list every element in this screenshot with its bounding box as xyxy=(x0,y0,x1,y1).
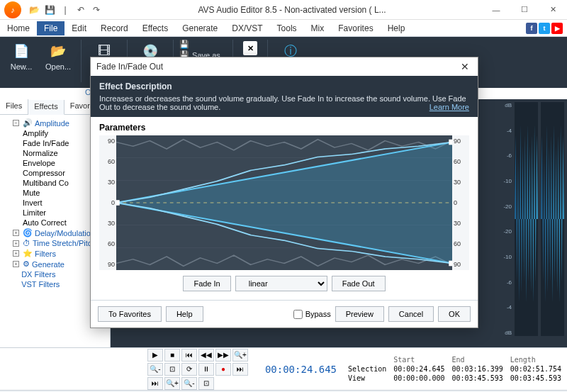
waveform-right xyxy=(541,102,564,336)
play-button[interactable]: ▶ xyxy=(147,349,163,362)
collapse-icon[interactable]: − xyxy=(13,120,19,126)
zoom-out-button[interactable]: 🔍- xyxy=(147,363,163,376)
transport-buttons: ▶ ■ ⏮ ◀◀ ▶▶ 🔍+ 🔍- ⊡ ⟳ ⏸ ● ⏭ ⏭ 🔍+ 🔍- ⊡ xyxy=(147,349,254,390)
envelope-svg xyxy=(116,135,452,270)
save-icon: 💾 xyxy=(179,40,189,49)
ribbon-open[interactable]: 📂 Open... xyxy=(41,40,75,72)
qa-open-icon[interactable]: 📂 xyxy=(28,4,40,16)
menu-favorites[interactable]: Favorites xyxy=(331,21,380,35)
waveform-thumbnail[interactable] xyxy=(515,102,564,336)
fade-out-button[interactable]: Fade Out xyxy=(332,276,386,291)
rew-button[interactable]: ⏮ xyxy=(181,349,197,362)
twitter-icon[interactable]: t xyxy=(539,23,550,34)
help-button[interactable]: Help xyxy=(166,306,203,322)
bypass-checkbox[interactable]: Bypass xyxy=(293,310,331,319)
menu-edit[interactable]: Edit xyxy=(64,21,94,35)
social-icons: f t ▶ xyxy=(526,23,563,34)
zoom-fit-button[interactable]: ⊡ xyxy=(164,363,180,376)
dialog-parameters: Parameters 90 60 30 0 30 60 90 xyxy=(91,117,478,300)
zoom-out-v-button[interactable]: 🔍- xyxy=(181,377,197,390)
expand-icon[interactable]: + xyxy=(13,230,19,236)
menu-dxvst[interactable]: DX/VST xyxy=(225,21,269,35)
stop-button[interactable]: ■ xyxy=(164,349,180,362)
facebook-icon[interactable]: f xyxy=(526,23,537,34)
menu-home[interactable]: Home xyxy=(0,21,37,35)
transport: ▶ ■ ⏮ ◀◀ ▶▶ 🔍+ 🔍- ⊡ ⟳ ⏸ ● ⏭ ⏭ 🔍+ 🔍- ⊡ 00… xyxy=(0,347,567,390)
view-len: 00:03:45.593 xyxy=(510,374,561,382)
x-icon: ✕ xyxy=(243,41,257,55)
y-axis-left: 90 60 30 0 30 60 90 xyxy=(99,135,116,270)
sel-end: 00:03:16.399 xyxy=(452,365,503,373)
record-button[interactable]: ● xyxy=(215,363,231,376)
loop-button[interactable]: ⟳ xyxy=(181,363,197,376)
preview-button[interactable]: Preview xyxy=(335,306,384,322)
expand-icon-3[interactable]: + xyxy=(13,250,19,257)
app-icon: ♪ xyxy=(4,1,21,18)
view-end: 00:03:45.593 xyxy=(452,374,503,382)
ribbon-close[interactable]: ✕ xyxy=(239,40,262,57)
position-table: Start End Length Selection 00:00:24.645 … xyxy=(348,356,561,382)
amplitude-label: Amplitude xyxy=(35,119,69,128)
menubar: Home File Edit Record Effects Generate D… xyxy=(0,20,567,37)
tab-effects[interactable]: Effects xyxy=(28,100,64,115)
titlebar: ♪ 📂 💾 | ↶ ↷ AVS Audio Editor 8.5 - Non-a… xyxy=(0,0,567,20)
view-start: 00:00:00.000 xyxy=(393,374,444,382)
menu-help[interactable]: Help xyxy=(381,21,412,35)
desc-text: Increases or decreases the sound volume … xyxy=(99,94,466,111)
menu-file[interactable]: File xyxy=(37,21,64,35)
qa-save-icon[interactable]: 💾 xyxy=(44,4,55,16)
bypass-input[interactable] xyxy=(293,310,303,319)
menu-tools[interactable]: Tools xyxy=(270,21,304,35)
next-button[interactable]: ▶▶ xyxy=(215,349,231,362)
svg-rect-8 xyxy=(116,200,120,206)
expand-icon-2[interactable]: + xyxy=(13,240,19,247)
dialog-title: Fade In/Fade Out xyxy=(96,62,163,72)
skip-end-button[interactable]: ⏭ xyxy=(147,377,163,390)
ribbon-save[interactable]: 💾 xyxy=(179,40,227,49)
svg-rect-9 xyxy=(449,140,452,145)
youtube-icon[interactable]: ▶ xyxy=(551,23,563,34)
close-button[interactable]: ✕ xyxy=(539,0,567,20)
qa-redo-icon[interactable]: ↷ xyxy=(91,4,102,16)
to-favorites-button[interactable]: To Favorites xyxy=(98,306,162,322)
pause-button[interactable]: ⏸ xyxy=(198,363,214,376)
cancel-button[interactable]: Cancel xyxy=(388,306,434,322)
view-label: View xyxy=(348,374,386,382)
desc-heading: Effect Description xyxy=(99,82,469,91)
minimize-button[interactable]: — xyxy=(482,0,510,20)
zoom-in-v-button[interactable]: 🔍+ xyxy=(164,377,180,390)
sel-len: 00:02:51.754 xyxy=(510,365,561,373)
expand-icon-4[interactable]: + xyxy=(13,261,19,267)
fade-dialog: Fade In/Fade Out ✕ Effect Description In… xyxy=(90,57,478,328)
open-folder-icon: 📂 xyxy=(45,41,71,61)
ok-button[interactable]: OK xyxy=(438,306,471,322)
learn-more-link[interactable]: Learn More xyxy=(430,103,469,111)
y-axis-right: 90 60 30 0 30 60 90 xyxy=(452,135,469,270)
qa-undo-icon[interactable]: ↶ xyxy=(75,4,86,16)
tab-files[interactable]: Files xyxy=(0,99,28,114)
playhead-time: 00:00:24.645 xyxy=(265,364,337,375)
param-chart[interactable]: 90 60 30 0 30 60 90 xyxy=(99,135,469,270)
menu-generate[interactable]: Generate xyxy=(175,21,225,35)
qa-sep-icon: | xyxy=(60,4,71,16)
quick-access: 📂 💾 | ↶ ↷ xyxy=(28,4,102,16)
zoom-in-button[interactable]: 🔍+ xyxy=(232,349,248,362)
db-scale: dB -4 -6 -10 -20 -20 -10 -6 -4 dB xyxy=(500,102,512,336)
maximize-button[interactable]: ☐ xyxy=(510,0,539,20)
plot-area xyxy=(116,135,452,270)
menu-record[interactable]: Record xyxy=(94,21,135,35)
window-controls: — ☐ ✕ xyxy=(482,0,567,20)
prev-button[interactable]: ◀◀ xyxy=(198,349,214,362)
ribbon-new[interactable]: 📄 New... xyxy=(4,40,38,72)
dialog-close-button[interactable]: ✕ xyxy=(458,60,472,74)
ribbon-sep xyxy=(81,40,82,82)
menu-mix[interactable]: Mix xyxy=(304,21,332,35)
skip-start-button[interactable]: ⏭ xyxy=(232,363,248,376)
menu-effects[interactable]: Effects xyxy=(135,21,175,35)
new-file-icon: 📄 xyxy=(9,41,34,61)
dialog-titlebar: Fade In/Fade Out ✕ xyxy=(91,57,478,76)
curve-select[interactable]: linear xyxy=(235,276,327,291)
params-heading: Parameters xyxy=(99,123,469,133)
fade-in-button[interactable]: Fade In xyxy=(183,276,230,291)
zoom-sel-button[interactable]: ⊡ xyxy=(198,377,214,390)
